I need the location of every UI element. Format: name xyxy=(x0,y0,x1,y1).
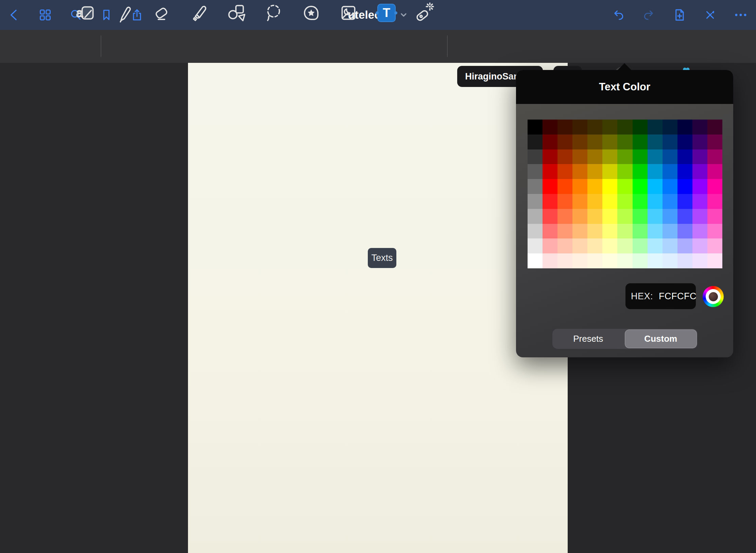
color-swatch[interactable] xyxy=(617,224,632,239)
color-swatch[interactable] xyxy=(602,209,617,224)
tab-custom[interactable]: Custom xyxy=(625,329,697,348)
color-swatch[interactable] xyxy=(543,120,557,135)
color-swatch[interactable] xyxy=(677,135,692,149)
back-button[interactable] xyxy=(7,7,22,23)
color-swatch[interactable] xyxy=(677,224,692,239)
thumbnails-button[interactable] xyxy=(37,7,53,23)
text-tool-button[interactable]: T xyxy=(374,0,399,26)
color-swatch[interactable] xyxy=(707,164,722,179)
color-swatch[interactable] xyxy=(648,120,663,135)
color-swatch[interactable] xyxy=(602,135,617,149)
color-swatch[interactable] xyxy=(528,149,543,164)
color-swatch[interactable] xyxy=(528,209,543,224)
color-swatch[interactable] xyxy=(692,179,707,194)
color-swatch[interactable] xyxy=(572,135,587,149)
color-swatch[interactable] xyxy=(572,149,587,164)
color-swatch[interactable] xyxy=(528,135,543,149)
color-swatch[interactable] xyxy=(587,120,602,135)
color-swatch[interactable] xyxy=(648,164,663,179)
pen-tool-button[interactable] xyxy=(111,0,137,26)
text-object[interactable]: Texts xyxy=(368,248,396,268)
color-swatch[interactable] xyxy=(572,120,587,135)
color-swatch[interactable] xyxy=(602,179,617,194)
color-swatch[interactable] xyxy=(557,135,572,149)
undo-button[interactable] xyxy=(611,7,626,23)
color-swatch[interactable] xyxy=(648,194,663,209)
hex-field[interactable]: HEX: FCFCFC xyxy=(625,283,696,309)
color-swatch[interactable] xyxy=(707,224,722,239)
color-swatch[interactable] xyxy=(587,238,602,253)
color-swatch[interactable] xyxy=(677,120,692,135)
more-button[interactable] xyxy=(733,7,749,23)
color-swatch[interactable] xyxy=(692,164,707,179)
color-swatch[interactable] xyxy=(617,135,632,149)
color-swatch[interactable] xyxy=(528,194,543,209)
color-swatch[interactable] xyxy=(572,179,587,194)
stylus-toggle-button[interactable] xyxy=(702,7,718,23)
color-swatch[interactable] xyxy=(557,179,572,194)
color-swatch[interactable] xyxy=(663,194,677,209)
color-swatch[interactable] xyxy=(557,120,572,135)
color-swatch[interactable] xyxy=(543,224,557,239)
color-swatch[interactable] xyxy=(692,209,707,224)
laser-pointer-tool-button[interactable] xyxy=(411,0,436,26)
color-swatch[interactable] xyxy=(543,179,557,194)
color-swatch[interactable] xyxy=(677,149,692,164)
color-swatch[interactable] xyxy=(692,120,707,135)
color-swatch[interactable] xyxy=(663,135,677,149)
color-swatch[interactable] xyxy=(707,253,722,268)
color-swatch[interactable] xyxy=(572,194,587,209)
color-swatch[interactable] xyxy=(557,194,572,209)
color-swatch[interactable] xyxy=(557,224,572,239)
color-swatch[interactable] xyxy=(707,120,722,135)
color-swatch[interactable] xyxy=(602,253,617,268)
color-swatch[interactable] xyxy=(543,238,557,253)
color-swatch[interactable] xyxy=(663,224,677,239)
color-swatch[interactable] xyxy=(707,209,722,224)
color-swatch[interactable] xyxy=(677,253,692,268)
document-page[interactable]: Texts xyxy=(188,63,568,553)
color-swatch[interactable] xyxy=(602,238,617,253)
image-tool-button[interactable] xyxy=(336,0,361,26)
color-swatch[interactable] xyxy=(528,120,543,135)
sticker-tool-button[interactable] xyxy=(298,0,324,26)
color-swatch[interactable] xyxy=(572,164,587,179)
color-swatch[interactable] xyxy=(587,149,602,164)
color-swatch[interactable] xyxy=(707,194,722,209)
color-swatch[interactable] xyxy=(543,209,557,224)
color-swatch[interactable] xyxy=(557,253,572,268)
eraser-tool-button[interactable] xyxy=(149,0,175,26)
color-swatch[interactable] xyxy=(543,149,557,164)
color-swatch[interactable] xyxy=(633,238,648,253)
color-swatch[interactable] xyxy=(617,194,632,209)
color-swatch[interactable] xyxy=(648,179,663,194)
color-swatch[interactable] xyxy=(528,253,543,268)
color-swatch[interactable] xyxy=(543,164,557,179)
color-swatch[interactable] xyxy=(528,224,543,239)
color-swatch[interactable] xyxy=(617,120,632,135)
color-swatch[interactable] xyxy=(633,164,648,179)
color-swatch[interactable] xyxy=(617,179,632,194)
color-swatch[interactable] xyxy=(633,194,648,209)
color-swatch[interactable] xyxy=(692,135,707,149)
color-swatch[interactable] xyxy=(587,194,602,209)
color-swatch[interactable] xyxy=(692,194,707,209)
color-swatch[interactable] xyxy=(707,135,722,149)
color-swatch[interactable] xyxy=(617,253,632,268)
color-swatch[interactable] xyxy=(692,253,707,268)
color-swatch[interactable] xyxy=(543,135,557,149)
color-swatch[interactable] xyxy=(633,135,648,149)
color-swatch[interactable] xyxy=(528,164,543,179)
color-swatch[interactable] xyxy=(557,238,572,253)
color-swatch[interactable] xyxy=(648,238,663,253)
color-swatch[interactable] xyxy=(707,149,722,164)
color-swatch[interactable] xyxy=(543,253,557,268)
color-swatch[interactable] xyxy=(617,164,632,179)
color-swatch[interactable] xyxy=(587,135,602,149)
color-swatch[interactable] xyxy=(633,120,648,135)
color-swatch[interactable] xyxy=(572,238,587,253)
color-swatch[interactable] xyxy=(633,179,648,194)
color-swatch[interactable] xyxy=(572,209,587,224)
color-swatch[interactable] xyxy=(617,149,632,164)
redo-button[interactable] xyxy=(641,7,657,23)
